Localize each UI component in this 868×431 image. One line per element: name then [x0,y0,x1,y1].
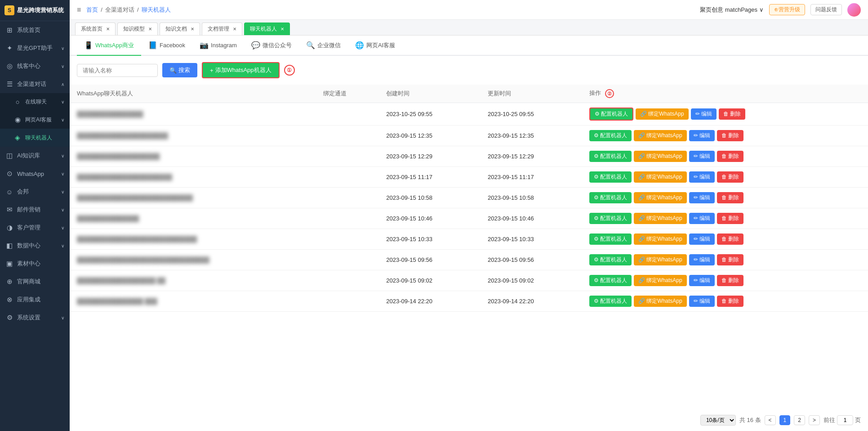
sidebar-item-official[interactable]: ⊕ 官网商城 [0,273,70,291]
page-size-select[interactable]: 10条/页 20条/页 50条/页 [700,415,736,426]
sidebar-item-whatsapp[interactable]: ⊙ WhatsApp ∨ [0,165,70,183]
config-bot-button[interactable]: ⚙ 配置机器人 [589,275,632,286]
bind-whatsapp-button[interactable]: 🔗 绑定WhatsApp [634,171,687,183]
config-bot-button[interactable]: ⚙ 配置机器人 [589,213,632,224]
tab-close-icon5[interactable]: ✕ [280,27,284,31]
sidebar-item-ai-kb[interactable]: ◫ AI知识库 ∨ [0,147,70,165]
config-bot-button[interactable]: ⚙ 配置机器人 [589,151,632,162]
add-whatsapp-bot-button[interactable]: + 添加WhatsApp机器人 [202,62,280,78]
config-bot-button[interactable]: ⚙ 配置机器人 [589,108,633,121]
sidebar-label-official: 官网商城 [17,278,40,286]
channel-cell [316,126,379,146]
bot-name-cell: ████████████████████████████ [70,188,316,208]
tab-kb-doc[interactable]: 知识文档 ✕ [160,22,200,35]
sidebar-item-customer[interactable]: ◑ 客户管理 ∨ [0,219,70,237]
bind-whatsapp-button[interactable]: 🔗 绑定WhatsApp [634,130,687,141]
delete-button[interactable]: 🗑 删除 [717,171,743,183]
bind-whatsapp-button[interactable]: 🔗 绑定WhatsApp [634,151,687,162]
delete-button[interactable]: 🗑 删除 [717,213,743,224]
channel-tab-whatsapp-biz[interactable]: 📱 WhatsApp商业 [77,36,141,56]
delete-button[interactable]: 🗑 删除 [717,296,743,307]
delete-button[interactable]: 🗑 删除 [717,275,743,286]
tab-home[interactable]: 系统首页 ✕ [75,22,116,35]
sidebar-item-settings[interactable]: ⚙ 系统设置 ∨ [0,309,70,327]
delete-button[interactable]: 🗑 删除 [717,130,743,141]
created-cell: 2023-10-25 09:55 [379,103,481,126]
edit-button[interactable]: ✏ 编辑 [689,254,715,265]
sidebar-item-integration[interactable]: ⊗ 应用集成 [0,291,70,309]
bot-name-cell: ███████████████████████ [70,167,316,188]
breadcrumb-home[interactable]: 首页 [86,6,98,14]
search-button[interactable]: 🔍 搜索 [162,63,197,77]
page-2-button[interactable]: 2 [794,415,805,425]
goto-page: 前往 页 [823,415,861,425]
delete-button[interactable]: 🗑 删除 [717,151,743,162]
edit-button[interactable]: ✏ 编辑 [689,296,715,307]
matchpages-button[interactable]: 聚页创意 matchPages ∨ [700,6,764,14]
delete-button[interactable]: 🗑 删除 [719,108,745,120]
edit-button[interactable]: ✏ 编辑 [689,213,715,224]
tab-close-icon3[interactable]: ✕ [191,27,194,31]
feedback-button[interactable]: 问题反馈 [810,4,842,15]
delete-button[interactable]: 🗑 删除 [717,233,743,245]
bind-whatsapp-button[interactable]: 🔗 绑定WhatsApp [634,296,687,307]
channel-tab-wechat-work[interactable]: 🔍 企业微信 [299,36,348,56]
upgrade-button[interactable]: ⊕营营升级 [769,4,805,15]
delete-button[interactable]: 🗑 删除 [717,192,743,203]
edit-button[interactable]: ✏ 编辑 [689,233,715,245]
tab-close-icon2[interactable]: ✕ [148,27,152,31]
sidebar-item-client[interactable]: ◎ 线客中心 ∨ [0,57,70,75]
edit-button[interactable]: ✏ 编辑 [689,275,715,286]
edit-button[interactable]: ✏ 编辑 [689,192,715,203]
sidebar-item-online-chat[interactable]: ○ 在线聊天 ∨ [0,93,70,111]
breadcrumb-allchat[interactable]: 全渠道对话 [105,6,134,14]
tab-close-icon4[interactable]: ✕ [233,27,236,31]
edit-button[interactable]: ✏ 编辑 [689,151,715,162]
sidebar-item-web-ai[interactable]: ◉ 网页AI客服 ∨ [0,111,70,129]
sidebar-item-club[interactable]: ☺ 会邦 ∨ [0,183,70,201]
menu-toggle-icon[interactable]: ≡ [77,6,81,14]
bind-whatsapp-button[interactable]: 🔗 绑定WhatsApp [634,254,687,265]
tab-kb-model[interactable]: 知识模型 ✕ [117,22,158,35]
goto-input[interactable] [837,415,853,425]
page-1-button[interactable]: 1 [779,415,791,425]
page-label: 页 [855,416,861,424]
sidebar-item-allchat[interactable]: ☰ 全渠道对话 ∧ [0,75,70,93]
action-cell: ⚙ 配置机器人🔗 绑定WhatsApp✏ 编辑🗑 删除 [582,103,868,126]
config-bot-button[interactable]: ⚙ 配置机器人 [589,171,632,183]
config-bot-button[interactable]: ⚙ 配置机器人 [589,254,632,265]
user-avatar[interactable] [847,3,861,17]
config-bot-button[interactable]: ⚙ 配置机器人 [589,233,632,245]
customer-icon: ◑ [5,224,13,232]
channel-tab-instagram[interactable]: 📷 Instagram [192,36,244,56]
bind-whatsapp-button[interactable]: 🔗 绑定WhatsApp [634,213,687,224]
bind-whatsapp-button[interactable]: 🔗 绑定WhatsApp [636,108,689,120]
sidebar-item-email[interactable]: ✉ 邮件营销 ∨ [0,201,70,219]
bind-whatsapp-button[interactable]: 🔗 绑定WhatsApp [634,192,687,203]
sidebar-item-chatbot[interactable]: ◈ 聊天机器人 [0,129,70,147]
search-input[interactable] [77,64,158,77]
channel-tab-web-ai-service[interactable]: 🌐 网页AI客服 [348,36,402,56]
config-bot-button[interactable]: ⚙ 配置机器人 [589,130,632,141]
sidebar-item-gpt[interactable]: ✦ 星光GPT助手 ∨ [0,39,70,57]
matchpages-label: 聚页创意 matchPages [700,6,757,14]
bind-whatsapp-button[interactable]: 🔗 绑定WhatsApp [634,275,687,286]
delete-button[interactable]: 🗑 删除 [717,254,743,265]
tab-close-icon[interactable]: ✕ [106,27,110,31]
chevron-down-icon7: ∨ [61,171,64,176]
prev-page-button[interactable]: < [765,415,776,425]
sidebar-item-data[interactable]: ◧ 数据中心 ∨ [0,237,70,255]
config-bot-button[interactable]: ⚙ 配置机器人 [589,192,632,203]
channel-tab-wechat-official[interactable]: 💬 微信公众号 [244,36,299,56]
config-bot-button[interactable]: ⚙ 配置机器人 [589,296,632,307]
edit-button[interactable]: ✏ 编辑 [691,108,717,120]
tab-doc-manage[interactable]: 文档管理 ✕ [202,22,242,35]
sidebar-item-home[interactable]: ⊞ 系统首页 [0,21,70,39]
sidebar-item-material[interactable]: ▣ 素材中心 [0,255,70,273]
bind-whatsapp-button[interactable]: 🔗 绑定WhatsApp [634,233,687,245]
edit-button[interactable]: ✏ 编辑 [689,130,715,141]
edit-button[interactable]: ✏ 编辑 [689,171,715,183]
tab-chatbot[interactable]: 聊天机器人 ✕ [244,22,290,35]
next-page-button[interactable]: > [809,415,820,425]
channel-tab-facebook[interactable]: 📘 Facebook [141,36,192,56]
